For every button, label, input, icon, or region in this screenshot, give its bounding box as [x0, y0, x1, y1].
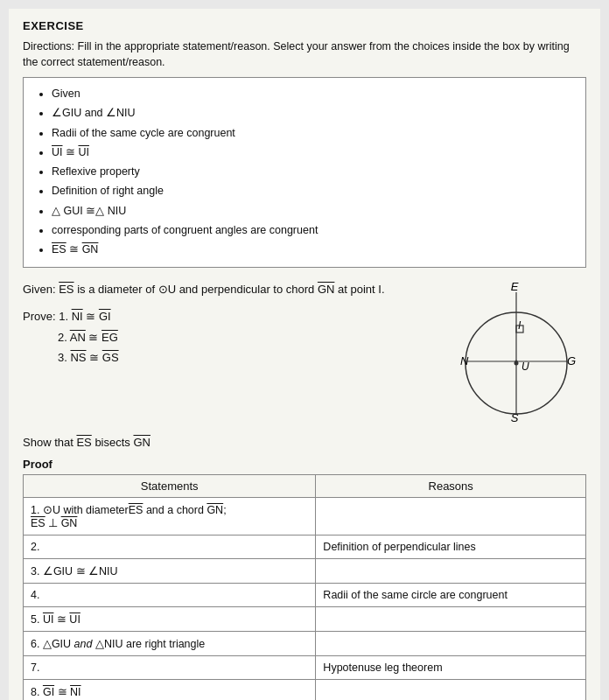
prove-item-3: 3. NS ≅ GS — [58, 347, 438, 368]
answer-item-angles: ∠GIU and ∠NIU — [52, 104, 573, 122]
answer-item-radii: Radii of the same cycle are congruent — [52, 124, 573, 143]
given-text: Given: ES is a diameter of ⊙U and perpen… — [23, 280, 438, 299]
table-row: 2. Definition of perpendicular lines — [24, 536, 586, 559]
statement-5: 5. UI ≅ UI — [24, 607, 316, 632]
reason-5 — [316, 607, 586, 632]
table-row: 5. UI ≅ UI — [24, 607, 586, 632]
statement-3: 3. ∠GIU ≅ ∠NIU — [24, 559, 316, 584]
page: EXERCISE Directions: Fill in the appropr… — [9, 9, 600, 700]
statement-2: 2. — [24, 536, 316, 559]
page-title: EXERCISE — [23, 19, 586, 32]
statement-4: 4. — [24, 584, 316, 607]
col-header-statements: Statements — [24, 475, 316, 498]
circle-diagram: E U N G S I — [446, 280, 586, 427]
prove-label: Prove: 1. NI ≅ GI — [23, 306, 438, 326]
directions-text: Directions: Fill in the appropriate stat… — [23, 39, 586, 70]
prove-item-2: 2. AN ≅ EG — [58, 327, 438, 347]
show-that: Show that ES bisects GN — [23, 436, 586, 449]
reason-7: Hypotenuse leg theorem — [316, 656, 586, 680]
table-row: 7. Hypotenuse leg theorem — [24, 656, 586, 680]
given-section: Given: ES is a diameter of ⊙U and perpen… — [23, 280, 438, 299]
reason-4: Radii of the same circle are congruent — [316, 584, 586, 607]
col-header-reasons: Reasons — [316, 475, 586, 498]
answer-item-es-gn: ES ≅ GN — [52, 241, 573, 259]
svg-text:G: G — [567, 354, 576, 368]
svg-text:S: S — [511, 411, 519, 424]
table-row: 1. ⊙U with diameterES and a chord GN; ES… — [24, 498, 586, 536]
prove-section: Prove: 1. NI ≅ GI 2. AN ≅ EG 3. NS ≅ GS — [23, 306, 438, 368]
reason-6 — [316, 632, 586, 656]
answer-item-triangle: △ GUI ≅△ NIU — [52, 202, 573, 220]
reason-2: Definition of perpendicular lines — [316, 536, 586, 559]
table-row: 6. △GIU and △NIU are right triangle — [24, 632, 586, 656]
answer-item-corresponding: corresponding parts of congruent angles … — [52, 221, 573, 240]
answer-item-right-angle: Definition of right angle — [52, 182, 573, 200]
svg-text:U: U — [522, 360, 529, 373]
answer-item-given: Given — [52, 85, 573, 103]
statement-7: 7. — [24, 656, 316, 680]
reason-8 — [316, 680, 586, 700]
svg-point-11 — [515, 360, 518, 363]
proof-table: Statements Reasons 1. ⊙U with diameterES… — [23, 474, 586, 700]
answer-item-ui: UI ≅ UI — [52, 144, 573, 162]
table-row: 8. GI ≅ NI — [24, 680, 586, 700]
table-row: 4. Radii of the same circle are congruen… — [24, 584, 586, 607]
reason-1 — [316, 498, 586, 536]
statement-1: 1. ⊙U with diameterES and a chord GN; ES… — [24, 498, 316, 536]
answer-box: Given ∠GIU and ∠NIU Radii of the same cy… — [23, 77, 586, 268]
svg-text:E: E — [511, 280, 519, 293]
answer-item-reflexive: Reflexive property — [52, 163, 573, 181]
proof-label: Proof — [23, 458, 586, 471]
reason-3 — [316, 559, 586, 584]
left-content: Given: ES is a diameter of ⊙U and perpen… — [23, 280, 438, 371]
table-row: 3. ∠GIU ≅ ∠NIU — [24, 559, 586, 584]
statement-8: 8. GI ≅ NI — [24, 680, 316, 700]
statement-6: 6. △GIU and △NIU are right triangle — [24, 632, 316, 656]
answer-list: Given ∠GIU and ∠NIU Radii of the same cy… — [36, 85, 573, 259]
content-area: Given: ES is a diameter of ⊙U and perpen… — [23, 280, 586, 427]
